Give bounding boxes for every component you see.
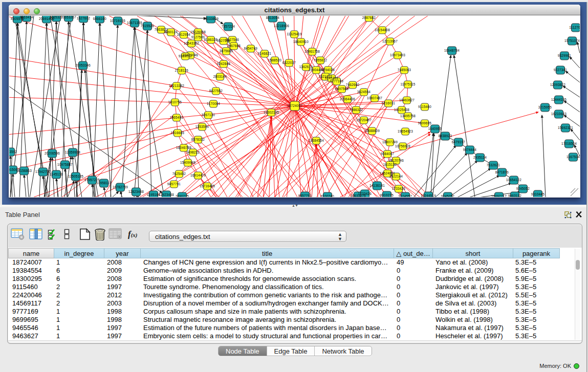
svg-text:10244519: 10244519 xyxy=(421,194,436,197)
svg-text:6497568: 6497568 xyxy=(335,87,349,91)
svg-text:2522144: 2522144 xyxy=(389,174,403,178)
svg-text:16210643: 16210643 xyxy=(551,112,567,116)
svg-text:12444195: 12444195 xyxy=(551,98,567,101)
svg-text:9329961: 9329961 xyxy=(558,54,572,57)
svg-text:13495758: 13495758 xyxy=(400,114,416,118)
svg-text:3215955: 3215955 xyxy=(538,105,552,109)
svg-text:17942757: 17942757 xyxy=(35,170,51,173)
svg-text:6466160: 6466160 xyxy=(93,17,107,20)
svg-text:1965493: 1965493 xyxy=(170,116,184,119)
svg-text:3498222: 3498222 xyxy=(186,150,200,154)
svg-text:3624554: 3624554 xyxy=(357,90,371,94)
svg-text:9389012: 9389012 xyxy=(179,54,192,58)
svg-text:8427552: 8427552 xyxy=(209,89,223,93)
svg-text:7632621: 7632621 xyxy=(487,163,500,167)
svg-text:9245052: 9245052 xyxy=(441,194,455,197)
svg-text:7515526: 7515526 xyxy=(141,24,155,28)
svg-text:6216031: 6216031 xyxy=(382,101,396,105)
svg-text:9777169: 9777169 xyxy=(330,79,344,83)
svg-text:9227341: 9227341 xyxy=(554,68,568,72)
svg-text:15751074: 15751074 xyxy=(564,39,580,42)
svg-text:8660124: 8660124 xyxy=(164,30,178,34)
svg-text:11975115: 11975115 xyxy=(400,82,415,86)
svg-text:1733426: 1733426 xyxy=(392,187,406,190)
svg-text:9310445: 9310445 xyxy=(531,192,545,196)
svg-text:8100240: 8100240 xyxy=(321,194,335,197)
svg-text:15716485: 15716485 xyxy=(200,184,215,188)
svg-text:9699695: 9699695 xyxy=(418,121,432,125)
svg-text:18724007: 18724007 xyxy=(287,104,302,107)
svg-text:1588520: 1588520 xyxy=(268,58,282,62)
svg-text:12093822: 12093822 xyxy=(550,83,565,86)
svg-text:12505185: 12505185 xyxy=(68,174,83,178)
svg-text:17016504: 17016504 xyxy=(561,142,577,145)
svg-text:12156863: 12156863 xyxy=(16,169,32,172)
svg-text:15226058: 15226058 xyxy=(190,30,206,34)
svg-text:10958117: 10958117 xyxy=(96,181,112,185)
svg-text:2803144: 2803144 xyxy=(213,75,227,78)
svg-text:2967608: 2967608 xyxy=(227,44,241,48)
svg-text:9063414: 9063414 xyxy=(20,16,34,19)
svg-text:12823448: 12823448 xyxy=(128,190,144,193)
svg-text:16120746: 16120746 xyxy=(388,159,404,162)
svg-text:10154808: 10154808 xyxy=(375,28,390,32)
svg-text:1167534: 1167534 xyxy=(567,155,580,159)
svg-text:15720407: 15720407 xyxy=(356,118,372,122)
svg-text:7690275: 7690275 xyxy=(176,194,189,197)
svg-text:15409948: 15409948 xyxy=(180,161,195,164)
svg-text:10961758: 10961758 xyxy=(304,50,320,53)
svg-text:20053346: 20053346 xyxy=(75,63,91,67)
svg-text:16033809: 16033809 xyxy=(203,17,219,20)
svg-text:16914479: 16914479 xyxy=(190,173,206,177)
svg-text:10543362: 10543362 xyxy=(184,41,199,45)
svg-text:13218906: 13218906 xyxy=(274,24,289,28)
svg-text:8813054: 8813054 xyxy=(266,16,280,19)
svg-text:10719155: 10719155 xyxy=(110,19,125,23)
svg-text:11325419: 11325419 xyxy=(287,32,302,36)
svg-text:10025438: 10025438 xyxy=(394,108,409,112)
svg-text:7462660: 7462660 xyxy=(346,83,360,86)
svg-text:7485063: 7485063 xyxy=(398,68,411,72)
svg-text:9242848: 9242848 xyxy=(217,62,231,65)
svg-text:9115460: 9115460 xyxy=(418,105,431,108)
svg-text:18640910: 18640910 xyxy=(293,40,309,43)
svg-text:3875685: 3875685 xyxy=(220,49,233,53)
svg-text:8186328: 8186328 xyxy=(204,38,218,41)
svg-text:10973493: 10973493 xyxy=(390,53,405,57)
svg-text:20206596: 20206596 xyxy=(45,151,60,155)
svg-text:16046788: 16046788 xyxy=(176,146,191,149)
svg-text:19384554: 19384554 xyxy=(309,139,324,142)
svg-text:9104552: 9104552 xyxy=(399,194,412,197)
svg-text:2935114: 2935114 xyxy=(473,156,487,159)
svg-text:12213382: 12213382 xyxy=(169,84,184,87)
svg-text:19302135: 19302135 xyxy=(264,111,279,114)
svg-text:2087682: 2087682 xyxy=(362,16,376,19)
svg-text:1145138: 1145138 xyxy=(50,172,63,176)
svg-text:9457791: 9457791 xyxy=(167,182,181,186)
svg-text:10756928: 10756928 xyxy=(395,144,410,148)
svg-text:7357224: 7357224 xyxy=(222,25,235,28)
svg-text:8454749: 8454749 xyxy=(244,47,258,50)
svg-text:10653267: 10653267 xyxy=(61,16,76,19)
svg-text:6794028: 6794028 xyxy=(321,68,335,72)
svg-text:12923448: 12923448 xyxy=(159,193,174,196)
svg-text:7955812: 7955812 xyxy=(314,58,328,62)
svg-text:18807249: 18807249 xyxy=(382,140,398,144)
svg-text:9127546: 9127546 xyxy=(226,38,239,41)
svg-text:9474444: 9474444 xyxy=(463,148,477,151)
svg-text:12213967: 12213967 xyxy=(382,39,398,43)
svg-text:6322037: 6322037 xyxy=(282,61,296,64)
svg-text:1170064: 1170064 xyxy=(207,102,220,105)
svg-text:19654923: 19654923 xyxy=(398,129,413,133)
svg-text:8910275: 8910275 xyxy=(380,193,394,197)
svg-text:9084067: 9084067 xyxy=(381,152,395,156)
svg-text:8878332: 8878332 xyxy=(191,138,205,141)
svg-text:16648784: 16648784 xyxy=(444,49,460,52)
svg-text:3267130: 3267130 xyxy=(202,113,215,117)
svg-text:1112765: 1112765 xyxy=(569,26,580,29)
svg-text:1353594: 1353594 xyxy=(195,125,209,128)
svg-text:7986322: 7986322 xyxy=(350,108,363,112)
svg-text:9146821: 9146821 xyxy=(258,52,272,55)
svg-text:14136141: 14136141 xyxy=(369,184,385,187)
svg-text:9245052: 9245052 xyxy=(516,187,530,190)
